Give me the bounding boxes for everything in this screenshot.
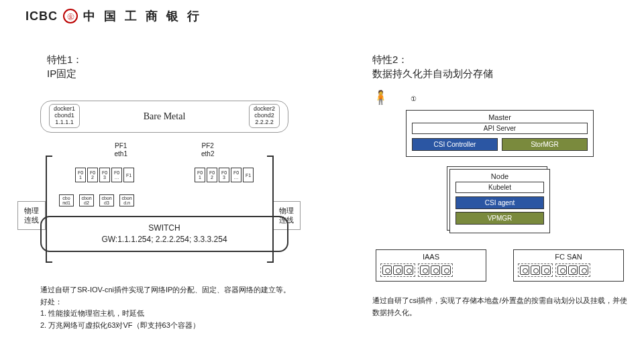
docker2-box: docker2 cbond2 2.2.2.2 — [249, 104, 280, 128]
iaas-box: IAAS — [376, 249, 486, 282]
feature-2-label: 特性2： — [372, 52, 493, 66]
vf-row: F01 F02 F03 F0… F1 F01 F02 F03 F0… F1 — [40, 168, 288, 182]
node-stack: Node Kubelet CSI agent VPMGR — [449, 169, 550, 233]
feature-1-desc: IP固定 — [47, 66, 83, 80]
vf: F1 — [123, 168, 134, 182]
vf: F02 — [207, 168, 217, 182]
desc1-line: 通过自研了SR-IOV-cni插件实现了网络IP的分配、固定、容器网络的建立等。 — [40, 284, 309, 296]
disk-set — [380, 263, 415, 277]
feature-2-description: 通过自研了csi插件，实现了存储本地盘/外置盘的按需自动划分以及挂载，并使数据持… — [372, 295, 627, 318]
disk-icon — [579, 265, 588, 275]
bare-metal-title: Bare Metal — [144, 111, 186, 122]
feature-2-title: 特性2： 数据持久化并自动划分存储 — [372, 52, 493, 80]
switch-box: SWITCH GW:1.1.1.254; 2.2.2.254; 3.3.3.25… — [40, 216, 288, 252]
api-server: API Server — [412, 123, 588, 134]
cbond-row: cbo nd1 cbon d2 cbon d3 cbon d.n — [59, 194, 288, 206]
pf2: PF2 eth2 — [201, 142, 214, 158]
disk-icon — [531, 265, 540, 275]
disk-icon — [431, 265, 440, 275]
right-diagram: Master API Server CSI Controller StorMGR… — [372, 87, 627, 282]
left-diagram: docker1 cbond1 1.1.1.1 Bare Metal docker… — [40, 101, 288, 252]
brand-text: ICBC — [25, 9, 58, 23]
vf: F0… — [111, 168, 122, 182]
vpmgr-chip: VPMGR — [455, 212, 544, 225]
disk-icon — [568, 265, 578, 275]
feature-1-label: 特性1： — [47, 52, 83, 66]
desc1-line: 1. 性能接近物理宿主机，时延低 — [40, 308, 309, 320]
node-box: Node Kubelet CSI agent VPMGR — [449, 169, 550, 233]
master-title: Master — [412, 113, 588, 121]
pf2-label: PF2 — [201, 142, 214, 150]
disk-set — [418, 263, 453, 277]
desc1-line: 2. 万兆网络可虚拟化63对VF（即支持63个容器） — [40, 320, 309, 332]
vf: F03 — [219, 168, 229, 182]
disk-icon — [404, 265, 413, 275]
disk-icon — [393, 265, 402, 275]
csi-agent-chip: CSI agent — [455, 196, 544, 209]
disk-set — [518, 263, 553, 277]
switch-title: SWITCH — [47, 223, 282, 234]
kubelet-box: Kubelet — [455, 182, 544, 193]
node-title: Node — [455, 172, 544, 180]
feature-1-description: 通过自研了SR-IOV-cni插件实现了网络IP的分配、固定、容器网络的建立等。… — [40, 284, 309, 331]
cbond: cbon d2 — [79, 194, 94, 206]
disk-icon — [541, 265, 551, 275]
desc2-line: 通过自研了csi插件，实现了存储本地盘/外置盘的按需自动划分以及挂载，并使数据持… — [372, 295, 627, 318]
vf: F03 — [99, 168, 110, 182]
disk-icon — [441, 265, 451, 275]
vf-group-2: F01 F02 F03 F0… F1 — [195, 168, 254, 182]
disk-icon — [557, 265, 567, 275]
pf1-label: PF1 — [115, 142, 127, 150]
pf1: PF1 eth1 — [115, 142, 127, 158]
disk-icon — [520, 265, 529, 275]
storage-row: IAAS FC SAN — [372, 249, 627, 282]
vf: F0… — [231, 168, 241, 182]
master-box: Master API Server CSI Controller StorMGR — [406, 110, 594, 157]
vf: F1 — [243, 168, 254, 182]
vf: F01 — [75, 168, 86, 182]
pf1-eth: eth1 — [115, 150, 127, 158]
cbond: cbon d3 — [99, 194, 114, 206]
disk-icon — [382, 265, 392, 275]
vf: F02 — [87, 168, 98, 182]
stormgr-chip: StorMGR — [502, 138, 588, 151]
fcsan-title: FC SAN — [518, 253, 619, 261]
desc1-line: 好处： — [40, 296, 309, 308]
iaas-title: IAAS — [380, 253, 482, 261]
docker2-ip: 2.2.2.2 — [254, 119, 275, 126]
logo-icon: ㊎ — [63, 9, 78, 23]
vf: F01 — [195, 168, 205, 182]
bare-metal-box: docker1 cbond1 1.1.1.1 Bare Metal docker… — [40, 101, 288, 133]
vf-group-1: F01 F02 F03 F0… F1 — [75, 168, 134, 182]
feature-1-title: 特性1： IP固定 — [47, 52, 83, 80]
pf-row: PF1 eth1 PF2 eth2 — [40, 142, 288, 158]
header: ICBC ㊎ 中 国 工 商 银 行 — [25, 8, 202, 24]
fcsan-box: FC SAN — [513, 249, 624, 282]
switch-gw: GW:1.1.1.254; 2.2.2.254; 3.3.3.254 — [47, 234, 282, 245]
pf2-eth: eth2 — [201, 150, 214, 158]
feature-2-desc: 数据持久化并自动划分存储 — [372, 66, 493, 80]
docker1-box: docker1 cbond1 1.1.1.1 — [49, 104, 80, 128]
cbond: cbo nd1 — [59, 194, 74, 206]
bank-name: 中 国 工 商 银 行 — [83, 8, 202, 24]
docker1-ip: 1.1.1.1 — [54, 119, 75, 126]
disk-set — [555, 263, 590, 277]
disk-icon — [420, 265, 429, 275]
cbond: cbon d.n — [119, 194, 134, 206]
csi-controller-chip: CSI Controller — [412, 138, 498, 151]
